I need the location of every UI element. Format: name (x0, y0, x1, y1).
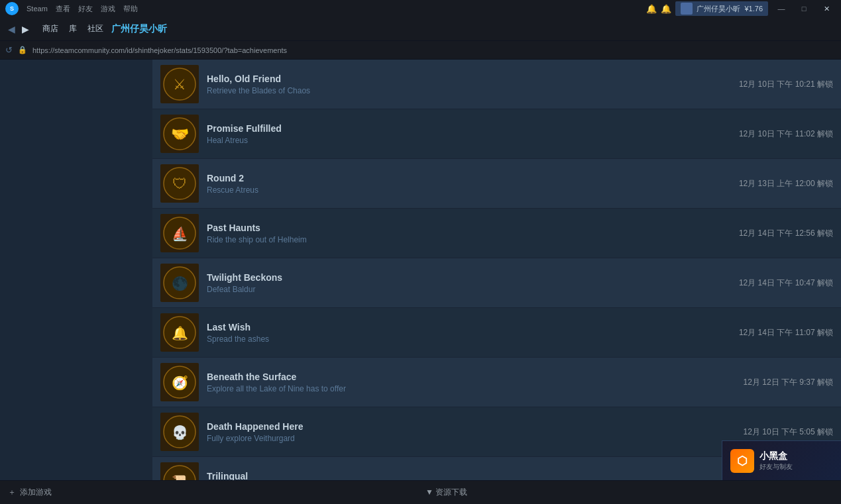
user-info[interactable]: 广州仔昊小昕 ¥1.76 (675, 1, 768, 16)
plus-icon: ＋ (8, 487, 16, 498)
achievement-row: ⚔ Hello, Old FriendRetrieve the Blades o… (152, 60, 841, 109)
nav-links: 商店 库 社区 (42, 23, 103, 34)
xiaoheihe-widget[interactable]: ⬡ 小黑盒 好友与制友 (722, 440, 841, 480)
achievement-desc: Heal Atreus (207, 136, 731, 145)
achievement-row: 🛡 Round 2Rescue Atreus12月 13日 上午 12:00 解… (152, 159, 841, 209)
xiaoheihe-name: 小黑盒 (759, 450, 793, 462)
xiaoheihe-subtitle: 好友与制友 (759, 462, 793, 472)
achievement-icon: ⚔ (160, 65, 199, 103)
achievement-title: Promise Fulfilled (207, 123, 731, 134)
achievement-date: 12月 10日 下午 5:05 解锁 (744, 427, 833, 438)
svg-text:⚔: ⚔ (173, 76, 186, 93)
user-name: 广州仔昊小昕 (697, 4, 740, 14)
achievement-date: 12月 14日 下午 11:07 解锁 (739, 327, 833, 338)
forward-arrow-icon[interactable]: ▶ (19, 23, 32, 36)
steam-logo-icon: S (5, 2, 19, 15)
achievement-title: Last Wish (207, 322, 731, 332)
achievement-date: 12月 14日 下午 12:56 解锁 (739, 228, 833, 239)
achievement-info: Past HauntsRide the ship out of Helheim (207, 223, 731, 244)
achievement-info: Round 2Rescue Atreus (207, 173, 731, 195)
achievement-icon: 🧭 (160, 363, 199, 401)
achievement-desc: Retrieve the Blades of Chaos (207, 86, 731, 95)
achievement-info: Hello, Old FriendRetrieve the Blades of … (207, 74, 731, 95)
close-button[interactable]: ✕ (817, 3, 836, 15)
achievement-icon: 🤝 (160, 115, 199, 153)
achievement-row: 🧭 Beneath the SurfaceExplore all the Lak… (152, 358, 841, 407)
minimize-button[interactable]: — (772, 3, 791, 15)
user-balance: ¥1.76 (744, 5, 763, 13)
nav-community[interactable]: 社区 (87, 23, 103, 34)
nav-user-link[interactable]: 广州仔昊小昕 (111, 23, 167, 35)
add-game-label: 添加游戏 (20, 487, 52, 498)
titlebar: S Steam 查看 好友 游戏 帮助 🔔 🔔 广州仔昊小昕 ¥1.76 — □… (0, 0, 841, 17)
achievement-info: Beneath the SurfaceExplore all the Lake … (207, 372, 736, 393)
achievements-list: ⚔ Hello, Old FriendRetrieve the Blades o… (152, 60, 841, 480)
achievement-desc: Defeat Baldur (207, 285, 731, 294)
add-game-button[interactable]: ＋ 添加游戏 (8, 487, 52, 498)
titlebar-right: 🔔 🔔 广州仔昊小昕 ¥1.76 — □ ✕ (646, 1, 836, 16)
addressbar: ↺ 🔒 https://steamcommunity.com/id/shinth… (0, 41, 841, 60)
achievement-date: 12月 10日 下午 11:02 解锁 (739, 128, 833, 140)
achievement-date: 12月 14日 下午 10:47 解锁 (739, 277, 833, 289)
achievement-row: 🔔 Last WishSpread the ashes12月 14日 下午 11… (152, 308, 841, 358)
achievement-info: TrilingualLearn the languages of Muspelh… (207, 471, 731, 481)
url-bar[interactable]: https://steamcommunity.com/id/shinthejok… (32, 46, 287, 54)
achievement-info: Twilight BeckonsDefeat Baldur (207, 272, 731, 294)
achievement-row: 🌑 Twilight BeckonsDefeat Baldur12月 14日 下… (152, 258, 841, 308)
download-label: ▼ 资源下载 (425, 487, 467, 498)
nav-arrows: ◀ ▶ (5, 23, 32, 36)
achievement-title: Beneath the Surface (207, 372, 736, 382)
bottombar: ＋ 添加游戏 ▼ 资源下载 (0, 480, 841, 504)
navbar: ◀ ▶ 商店 库 社区 广州仔昊小昕 (0, 17, 841, 41)
svg-text:⛵: ⛵ (172, 226, 188, 242)
maximize-button[interactable]: □ (795, 3, 813, 15)
achievement-desc: Spread the ashes (207, 334, 731, 344)
achievement-date: 12月 13日 上午 12:00 解锁 (739, 178, 833, 189)
menu-item-games[interactable]: 游戏 (101, 4, 115, 14)
achievement-desc: Ride the ship out of Helheim (207, 235, 731, 244)
xiaoheihe-logo-icon: ⬡ (730, 449, 754, 473)
achievement-title: Round 2 (207, 173, 731, 183)
svg-text:🌑: 🌑 (172, 276, 188, 291)
achievement-date: 12月 12日 下午 9:37 解锁 (744, 377, 833, 388)
achievement-icon: 🌑 (160, 264, 199, 302)
svg-text:🔔: 🔔 (172, 325, 188, 341)
achievement-icon: 📜 (160, 462, 199, 480)
xiaoheihe-info: 小黑盒 好友与制友 (759, 450, 793, 472)
bell-icon[interactable]: 🔔 (661, 4, 671, 14)
sidebar (0, 60, 152, 480)
achievement-info: Death Happened HereFully explore Veithur… (207, 421, 736, 443)
lock-icon: 🔒 (18, 46, 27, 54)
achievement-info: Last WishSpread the ashes (207, 322, 731, 344)
achievement-title: Past Haunts (207, 223, 731, 233)
svg-text:💀: 💀 (172, 425, 188, 440)
achievement-row: ⛵ Past HauntsRide the ship out of Helhei… (152, 209, 841, 258)
refresh-icon[interactable]: ↺ (5, 45, 13, 55)
achievement-icon: 🔔 (160, 313, 199, 352)
main-content: ⚔ Hello, Old FriendRetrieve the Blades o… (0, 60, 841, 480)
svg-text:🛡: 🛡 (172, 176, 187, 192)
achievement-desc: Explore all the Lake of Nine has to offe… (207, 384, 736, 393)
menu-item-friends[interactable]: 好友 (78, 4, 93, 14)
achievement-title: Trilingual (207, 471, 731, 481)
nav-store[interactable]: 商店 (42, 23, 58, 34)
achievement-date: 12月 10日 下午 10:21 解锁 (739, 79, 833, 90)
svg-text:🧭: 🧭 (172, 375, 188, 391)
achievement-title: Death Happened Here (207, 421, 736, 432)
user-avatar (681, 3, 693, 15)
achievement-desc: Rescue Atreus (207, 185, 731, 195)
achievement-row: 🤝 Promise FulfilledHeal Atreus12月 10日 下午… (152, 109, 841, 159)
download-button[interactable]: ▼ 资源下载 (425, 487, 467, 498)
titlebar-left: S Steam 查看 好友 游戏 帮助 (5, 2, 138, 15)
nav-library[interactable]: 库 (69, 23, 77, 34)
menu-item-help[interactable]: 帮助 (123, 4, 138, 14)
svg-text:🤝: 🤝 (171, 125, 190, 143)
achievement-icon: 💀 (160, 413, 199, 451)
achievement-desc: Fully explore Veithurgard (207, 434, 736, 443)
menu-item-view[interactable]: 查看 (56, 4, 70, 14)
achievement-title: Hello, Old Friend (207, 74, 731, 84)
menu-item-steam[interactable]: Steam (27, 5, 48, 13)
achievement-icon: ⛵ (160, 214, 199, 252)
back-arrow-icon[interactable]: ◀ (5, 23, 18, 36)
speaker-icon[interactable]: 🔔 (646, 4, 657, 14)
